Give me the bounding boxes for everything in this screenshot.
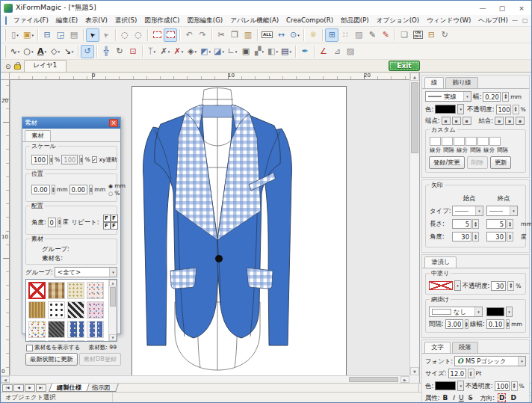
arrow-end-angle-input[interactable]: 30	[486, 232, 506, 242]
print-preview-button[interactable]: ◲	[54, 28, 67, 42]
zoom-button[interactable]: ⊙▾	[288, 28, 301, 42]
menu-item-10[interactable]: オプション(O)	[373, 16, 423, 25]
fill-opacity-input[interactable]: 30	[491, 281, 506, 291]
pen-edit-button[interactable]: ✎	[365, 28, 379, 42]
arrow-start-angle-spinner[interactable]	[472, 232, 479, 242]
paste-button[interactable]: ▥	[241, 28, 255, 42]
join-round-button[interactable]	[505, 117, 514, 125]
join-miter-button[interactable]	[495, 117, 504, 125]
endpoint-round-button[interactable]	[452, 117, 461, 125]
xy-link-checkbox[interactable]	[92, 156, 98, 163]
menu-item-5[interactable]: 図形作成(C)	[140, 16, 183, 25]
position-y-spinner[interactable]	[89, 185, 93, 194]
underline-toggle[interactable]: U	[459, 394, 464, 402]
pattern-mirror-tool-button[interactable]: ◪▾	[212, 45, 226, 58]
mdi-restore-button[interactable]: ▢	[522, 17, 528, 24]
menu-item-12[interactable]: ヘルプ(H)	[474, 16, 512, 25]
palette-close-button[interactable]: ×	[109, 119, 118, 127]
refresh-button[interactable]: ↻	[438, 28, 451, 42]
menu-item-6[interactable]: 図形編集(G)	[183, 16, 226, 25]
scroll-left-button[interactable]: ◀	[1, 376, 10, 383]
italic-toggle[interactable]: I	[452, 394, 454, 402]
vertical-scrollbar[interactable]: ▲ ▼	[409, 73, 419, 375]
fill-pattern-swatch[interactable]	[429, 281, 453, 290]
repeat-grid[interactable]: FF FF	[103, 215, 118, 230]
endpoint-butt-button[interactable]	[442, 117, 451, 125]
unit-percent-radio[interactable]: %	[108, 190, 126, 197]
line-width-spinner[interactable]	[502, 92, 509, 102]
scan-import-button[interactable]: ⊟	[40, 28, 54, 42]
layer-tab[interactable]: レイヤ1	[24, 60, 67, 72]
tab-text[interactable]: 文字	[424, 342, 451, 353]
hatch-color-dropdown[interactable]	[506, 307, 513, 317]
scale-x-spinner[interactable]	[49, 155, 53, 164]
material-swatch-tan-plaid[interactable]	[48, 282, 65, 299]
menu-item-11[interactable]: ウィンドウ(W)	[423, 16, 474, 25]
material-swatch-gold-weave[interactable]	[28, 301, 46, 319]
swatch-scroll-down-button[interactable]: ▼	[109, 334, 117, 341]
menu-item-7[interactable]: アパレル機能(A)	[226, 16, 282, 25]
angle-input[interactable]: 0	[48, 218, 56, 227]
segment-input-1[interactable]	[430, 137, 441, 146]
menu-item-9[interactable]: 部品図(P)	[337, 16, 373, 25]
fill-pattern-dropdown[interactable]	[454, 280, 461, 291]
font-size-spinner[interactable]	[468, 369, 474, 378]
material-db-button[interactable]: ⊟	[424, 28, 438, 42]
arrow-end-type-select[interactable]	[486, 206, 518, 216]
hatch-gap-spinner[interactable]	[465, 319, 469, 329]
segment-input-2[interactable]	[454, 137, 465, 146]
tab-paragraph[interactable]: 段落	[452, 342, 478, 353]
line-width-input[interactable]: 0.20	[483, 92, 501, 102]
minimize-button[interactable]: —	[473, 1, 492, 15]
cut-line-red-tool-button[interactable]: ✗▾	[172, 45, 185, 58]
direct-select-cursor-button[interactable]: ➤	[99, 28, 113, 42]
material-swatch-confetti-dots[interactable]	[28, 321, 46, 338]
text-color-dropdown[interactable]	[457, 381, 464, 391]
arrow-tool-button[interactable]: ↘▾	[62, 45, 75, 58]
print-button[interactable]: ▤	[67, 28, 81, 42]
material-swatch-pink-floral[interactable]	[87, 282, 104, 299]
arrow-start-length-spinner[interactable]	[472, 219, 479, 229]
grid-mesh-button[interactable]: ▨	[352, 28, 365, 42]
next-sheet-button[interactable]: ▶	[25, 384, 35, 392]
update-button[interactable]: 更新	[490, 156, 511, 169]
endpoint-square-button[interactable]	[463, 117, 471, 125]
prev-sheet-button[interactable]: ◀	[13, 384, 24, 392]
join-bevel-button[interactable]	[516, 117, 525, 125]
scale-y-spinner[interactable]	[79, 155, 83, 164]
material-swatch-diagonal-stripes[interactable]	[67, 301, 84, 319]
marquee-select-button[interactable]	[150, 28, 164, 42]
eyedropper-tool-button[interactable]: ✒	[298, 45, 312, 58]
polyline-tool-button[interactable]: ◇▾	[49, 45, 62, 58]
sheet-copy-button[interactable]: ❏	[398, 28, 411, 42]
material-swatch-green-texture[interactable]	[28, 340, 46, 342]
bold-toggle[interactable]: B	[443, 394, 448, 402]
pen-edit-red-button[interactable]: ✎	[379, 28, 392, 42]
exit-button[interactable]: Exit	[389, 61, 420, 71]
redo-button[interactable]: ↷	[196, 28, 209, 42]
grid-dots-button[interactable]: ∷	[338, 28, 352, 42]
text-color-swatch[interactable]	[435, 381, 456, 390]
menu-item-8[interactable]: CreaCompo(R)	[282, 16, 337, 25]
scroll-right-button[interactable]: ▶	[400, 376, 409, 383]
tab-line[interactable]: 線	[424, 77, 444, 88]
line-opacity-spinner[interactable]	[513, 105, 519, 114]
ink-bottle-tool-button[interactable]: ⊿	[330, 45, 344, 58]
select-cursor-button[interactable]: ➤	[86, 28, 99, 42]
arrow-start-angle-input[interactable]: 30	[452, 232, 471, 242]
arrow-start-type-select[interactable]	[452, 206, 483, 216]
swatch-scroll-up-button[interactable]: ▲	[109, 280, 117, 286]
show-material-names-checkbox[interactable]	[26, 345, 33, 351]
font-size-input[interactable]: 12.0	[448, 369, 466, 378]
position-x-input[interactable]: 0.00	[31, 185, 50, 194]
horizontal-scroll-thumb[interactable]	[349, 377, 398, 382]
gap-input-2[interactable]	[466, 137, 477, 146]
new-file-button[interactable]: ▯▾	[8, 28, 22, 42]
scale-y-input[interactable]: 100	[61, 155, 78, 164]
line-color-dropdown[interactable]	[457, 104, 464, 114]
text-opacity-input[interactable]: 100	[495, 381, 510, 391]
font-select[interactable]: OMS Pゴシック	[454, 356, 526, 366]
piece-split-tool-button[interactable]: ▞▾	[253, 45, 266, 58]
delete-button[interactable]: 削除	[467, 156, 488, 169]
material-swatch-none-red-x[interactable]	[28, 282, 46, 299]
